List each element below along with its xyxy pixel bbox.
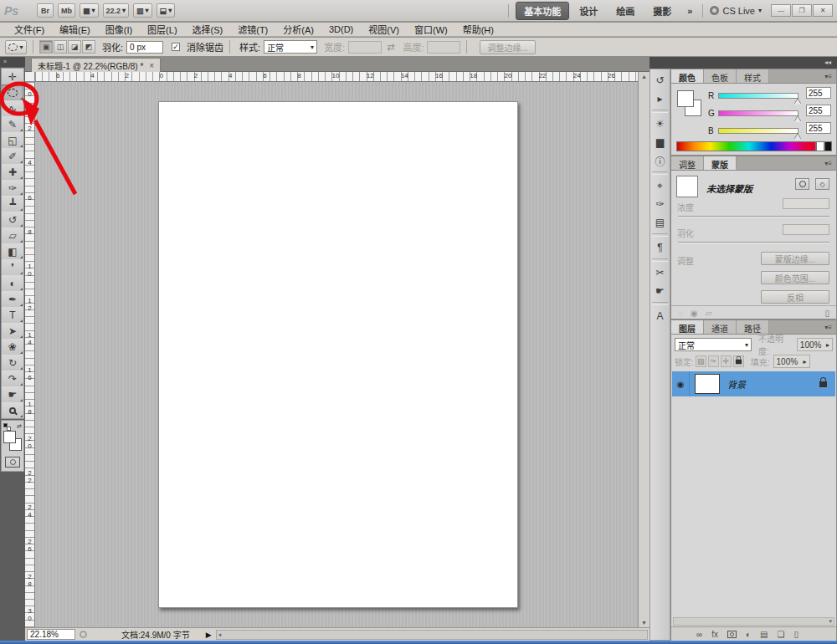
brush-panel-icon[interactable]: ✑ <box>651 195 669 213</box>
menu-item[interactable]: 图层(L) <box>140 23 184 36</box>
cs-live-button[interactable]: CS Live ▾ <box>710 6 762 16</box>
green-slider[interactable] <box>718 110 798 116</box>
color-spectrum-ramp[interactable] <box>676 141 816 151</box>
close-button[interactable]: ✕ <box>813 4 833 17</box>
eraser-tool[interactable]: ▱ <box>2 227 23 243</box>
adjustments-panel-icon[interactable]: ☀ <box>651 115 669 133</box>
workspace-essentials[interactable]: 基本功能 <box>516 2 569 20</box>
foreground-color-swatch[interactable] <box>3 431 16 443</box>
add-vector-mask-icon[interactable]: ◇ <box>815 178 829 190</box>
white-swatch[interactable] <box>816 141 824 151</box>
tab-color[interactable]: 颜色 <box>671 69 704 83</box>
layer-visibility-toggle[interactable]: ◉ <box>672 371 690 396</box>
subtract-selection-mode[interactable]: ◪ <box>68 40 81 54</box>
view-extras-button[interactable]: ▥ ▾ <box>133 3 152 18</box>
scroll-up-icon[interactable]: ▲ <box>641 74 647 79</box>
menu-item[interactable]: 窗口(W) <box>407 23 455 36</box>
blend-mode-select[interactable]: 正常 ▾ <box>675 338 752 351</box>
load-selection-icon[interactable]: ◌ <box>678 309 683 318</box>
menu-item[interactable]: 分析(A) <box>275 23 321 36</box>
lock-pixels-icon[interactable]: ✑ <box>708 355 719 367</box>
layers-scrollbar[interactable]: ▾ <box>673 617 834 626</box>
slider-handle[interactable] <box>794 116 801 122</box>
disable-mask-icon[interactable]: ▱ <box>706 309 712 318</box>
menu-item[interactable]: 编辑(E) <box>52 23 98 36</box>
panel-menu-icon[interactable]: ▾≡ <box>824 156 836 170</box>
color-range-button[interactable]: 颜色范围... <box>761 271 829 284</box>
dodge-tool[interactable]: ◐ <box>2 275 23 291</box>
lock-position-icon[interactable]: ✛ <box>721 355 732 367</box>
tool-preset-picker[interactable]: ▾ <box>5 40 27 54</box>
menu-item[interactable]: 帮助(H) <box>455 23 501 36</box>
brush-tool[interactable]: ✑ <box>2 180 23 196</box>
feather-input[interactable] <box>783 224 829 235</box>
zoom-tool[interactable] <box>2 402 23 418</box>
custom-shape-tool[interactable]: ❀ <box>2 339 23 355</box>
mini-bridge-button[interactable]: Mb <box>58 3 75 18</box>
slider-handle[interactable] <box>794 134 801 140</box>
tab-swatches[interactable]: 色板 <box>704 69 737 83</box>
menu-item[interactable]: 滤镜(T) <box>230 23 275 36</box>
actions-panel-icon[interactable]: ▸ <box>651 89 669 108</box>
tool-presets-panel-icon[interactable]: ▤ <box>651 213 669 232</box>
minimize-button[interactable]: — <box>771 4 791 17</box>
workspace-design[interactable]: 设计 <box>571 2 606 20</box>
horizontal-scrollbar[interactable]: ◂ <box>216 630 648 640</box>
close-tab-icon[interactable]: × <box>149 61 154 70</box>
workspace-painting[interactable]: 绘画 <box>608 2 643 20</box>
menu-item[interactable]: 选择(S) <box>185 23 231 36</box>
feather-input[interactable]: 0 px <box>126 41 163 54</box>
lock-all-icon[interactable] <box>733 355 744 367</box>
history-panel-icon[interactable]: ↺ <box>651 71 669 89</box>
dock-collapse-button[interactable]: ◂◂ <box>650 57 837 69</box>
add-selection-mode[interactable]: ◫ <box>54 40 67 54</box>
3d-rotate-tool[interactable]: ↻ <box>2 355 23 371</box>
bridge-button[interactable]: Br <box>37 3 54 18</box>
hand-tool[interactable]: ☛ <box>2 386 23 402</box>
tab-layers[interactable]: 图层 <box>671 320 704 334</box>
mask-edge-button[interactable]: 蒙版边缘... <box>761 252 829 265</box>
clone-stamp-tool[interactable]: ┻ <box>2 196 23 212</box>
screen-mode-button[interactable]: ⬓ ▾ <box>157 3 176 18</box>
delete-mask-icon[interactable]: ▯ <box>824 309 829 318</box>
3d-orbit-tool[interactable]: ↷ <box>2 371 23 386</box>
height-input[interactable] <box>427 41 460 54</box>
quick-selection-tool[interactable]: ✎ <box>2 116 23 132</box>
ruler-origin-box[interactable] <box>25 72 35 82</box>
tab-channels[interactable]: 通道 <box>704 320 737 334</box>
zoom-level-button[interactable]: 22.2 ▾ <box>103 3 130 18</box>
move-tool[interactable]: ✛ <box>2 69 23 84</box>
menu-item[interactable]: 图像(I) <box>98 23 140 36</box>
menu-item[interactable]: 文件(F) <box>7 23 52 36</box>
tab-styles[interactable]: 样式 <box>737 69 769 83</box>
add-layer-mask-icon[interactable] <box>727 631 737 638</box>
document-canvas[interactable] <box>158 101 518 608</box>
healing-brush-tool[interactable]: ✚ <box>2 164 23 180</box>
density-input[interactable] <box>783 198 829 209</box>
delete-layer-icon[interactable]: ▯ <box>793 630 798 639</box>
document-tab[interactable]: 未标题-1 @ 22.2%(RGB/8) * × <box>31 58 161 72</box>
opacity-input[interactable]: 100% ▸ <box>797 338 833 351</box>
character-panel-icon[interactable]: A <box>651 307 669 325</box>
red-slider[interactable] <box>718 93 798 99</box>
layer-row-background[interactable]: ◉ 背景 <box>672 371 835 396</box>
link-layers-icon[interactable]: ∞ <box>696 630 702 639</box>
fill-input[interactable]: 100% ▸ <box>773 355 810 368</box>
black-swatch[interactable] <box>824 141 832 151</box>
quick-mask-button[interactable] <box>5 457 20 468</box>
refine-edge-button[interactable]: 调整边缘... <box>480 40 535 54</box>
blue-slider[interactable] <box>718 128 798 134</box>
antialias-checkbox[interactable]: ✓ <box>172 43 180 51</box>
elliptical-marquee-tool[interactable] <box>2 84 23 100</box>
density-slider[interactable] <box>678 216 829 217</box>
blur-tool[interactable]: ❜ <box>2 259 23 275</box>
canvas-pasteboard[interactable] <box>35 82 638 627</box>
menu-item[interactable]: 视图(V) <box>361 23 407 36</box>
invert-button[interactable]: 反相 <box>761 290 829 304</box>
status-zoom-input[interactable]: 22.18% <box>27 629 75 640</box>
history-brush-tool[interactable]: ↺ <box>2 212 23 227</box>
swap-dimensions-icon[interactable]: ⇄ <box>387 42 394 53</box>
clone-source-panel-icon[interactable]: ⌖ <box>651 176 669 195</box>
panel-menu-icon[interactable]: ▾≡ <box>824 320 836 334</box>
intersect-selection-mode[interactable]: ◩ <box>82 40 95 54</box>
